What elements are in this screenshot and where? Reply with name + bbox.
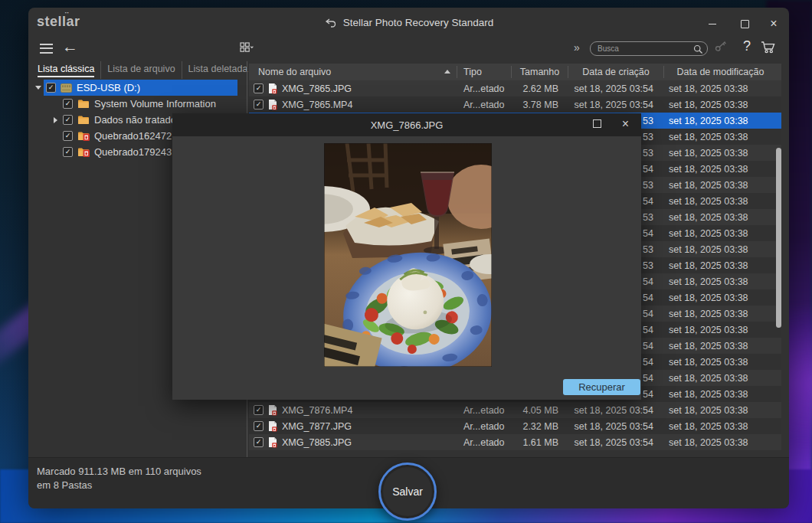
tab-label: Lista clássica: [38, 64, 94, 77]
file-name: XMG_7865.MP4: [282, 100, 352, 110]
maximize-button[interactable]: [738, 18, 751, 30]
minimize-button[interactable]: [706, 18, 719, 30]
tab-lista-de-arquivo[interactable]: Lista de arquivo: [101, 61, 182, 79]
tab-label: Lista deletada: [188, 64, 248, 74]
activation-key-icon[interactable]: [715, 41, 727, 55]
tab-lista-deletada[interactable]: Lista deletada: [182, 61, 254, 79]
cell-modificacao: set 18, 2025 03:38: [663, 244, 775, 255]
tree-item-band[interactable]: ✓ESD-USB (D:): [44, 80, 237, 96]
check-icon: ✓: [256, 85, 262, 92]
checkbox[interactable]: ✓: [63, 99, 73, 109]
cell-modificacao: set 18, 2025 03:38: [663, 164, 775, 175]
tab-lista-clássica[interactable]: Lista clássica: [31, 61, 101, 79]
expand-toolbar-icon[interactable]: »: [574, 41, 578, 54]
tree-item-label: System Volume Information: [94, 98, 216, 110]
cell-criacao: set 18, 2025 03:54: [568, 421, 663, 432]
folder-deleted-icon: [77, 147, 90, 157]
tree-item[interactable]: ✓System Volume Information: [28, 96, 247, 112]
cell-name: ✓XMG_7865.MP4: [249, 99, 457, 110]
check-icon: ✓: [65, 132, 71, 139]
drive-icon: [61, 83, 72, 93]
cell-tipo: Ar...etado: [457, 405, 512, 416]
cell-tamanho: 2.62 MB: [512, 83, 568, 94]
cell-criacao: set 18, 2025 03:54: [568, 437, 663, 448]
checkbox[interactable]: ✓: [254, 421, 264, 431]
column-header-criacao[interactable]: Data de criação: [568, 66, 664, 78]
search-icon[interactable]: [693, 44, 703, 57]
cell-modificacao: set 18, 2025 03:38: [663, 341, 775, 351]
checkbox[interactable]: ✓: [254, 437, 264, 447]
cell-tipo: Ar...etado: [457, 83, 512, 94]
cell-tamanho: 2.32 MB: [512, 421, 568, 432]
search-box[interactable]: [590, 41, 708, 56]
cell-modificacao: set 18, 2025 03:38: [663, 276, 775, 287]
cell-criacao: set 18, 2025 03:54: [568, 405, 663, 416]
column-header-tamanho[interactable]: Tamanho: [512, 66, 568, 78]
tree-item-label: Dados não tratado: [94, 114, 176, 126]
expand-arrow-icon[interactable]: [50, 117, 61, 123]
preview-close-button[interactable]: ×: [622, 117, 629, 131]
column-header-tipo[interactable]: Tipo: [457, 66, 512, 78]
cell-tamanho: 4.05 MB: [512, 405, 568, 416]
file-name: XMG_7885.JPG: [282, 437, 352, 448]
column-header-modificacao[interactable]: Data de modificação: [664, 66, 777, 78]
cell-name: ✓XMG_7876.MP4: [249, 404, 457, 416]
cell-tamanho: 1.61 MB: [512, 437, 568, 448]
view-grid-icon[interactable]: [240, 42, 254, 57]
cell-modificacao: set 18, 2025 03:38: [663, 293, 775, 303]
checkbox[interactable]: ✓: [254, 405, 264, 415]
check-icon: ✓: [256, 439, 262, 446]
cell-modificacao: set 18, 2025 03:38: [663, 437, 775, 448]
checkbox[interactable]: ✓: [46, 83, 56, 93]
table-row[interactable]: ✓XMG_7877.JPGAr...etado2.32 MBset 18, 20…: [249, 418, 781, 434]
search-input[interactable]: [596, 43, 691, 54]
checkbox[interactable]: ✓: [254, 83, 264, 93]
table-row[interactable]: ✓XMG_7865.JPGAr...etado2.62 MBset 18, 20…: [249, 80, 781, 96]
preview-image: [324, 143, 492, 367]
checkbox[interactable]: ✓: [63, 131, 73, 141]
checkbox[interactable]: ✓: [63, 147, 73, 157]
cell-name: ✓XMG_7865.JPG: [249, 83, 457, 94]
tree-item[interactable]: ✓ESD-USB (D:): [28, 80, 247, 96]
preview-body: Recuperar: [172, 136, 641, 400]
close-button[interactable]: ×: [768, 18, 780, 30]
help-icon[interactable]: ?: [743, 38, 751, 54]
back-icon[interactable]: ←: [62, 38, 78, 56]
collapse-arrow-icon[interactable]: [33, 86, 44, 90]
table-row[interactable]: ✓XMG_7885.JPGAr...etado1.61 MBset 18, 20…: [249, 434, 781, 450]
tab-label: Lista de arquivo: [107, 64, 175, 74]
cell-modificacao: set 18, 2025 03:38: [663, 100, 775, 110]
tree-item-band[interactable]: ✓System Volume Information: [61, 96, 237, 112]
cell-tipo: Ar...etado: [457, 437, 512, 448]
preview-maximize-button[interactable]: [593, 119, 601, 128]
table-row[interactable]: ✓XMG_7865.MP4Ar...etado3.78 MBset 18, 20…: [249, 96, 781, 113]
cell-tamanho: 3.78 MB: [512, 100, 568, 110]
cell-modificacao: set 18, 2025 03:38: [663, 260, 775, 271]
save-button[interactable]: Salvar: [378, 463, 437, 521]
preview-titlebar[interactable]: XMG_7866.JPG ×: [172, 113, 641, 136]
check-icon: ✓: [256, 423, 262, 430]
sidebar-tabs: Lista clássicaLista de arquivoLista dele…: [31, 61, 254, 79]
cell-modificacao: set 18, 2025 03:38: [663, 373, 775, 384]
cell-name: ✓XMG_7885.JPG: [249, 436, 457, 448]
folder-deleted-icon: [77, 131, 90, 141]
titlebar[interactable]: stellar¨ Stellar Photo Recovery Standard…: [28, 8, 789, 37]
checkbox[interactable]: ✓: [63, 115, 73, 125]
vertical-scrollbar[interactable]: [776, 148, 781, 328]
cart-icon[interactable]: [761, 41, 778, 57]
tree-item-label: ESD-USB (D:): [77, 82, 140, 93]
cell-modificacao: set 18, 2025 03:38: [663, 132, 775, 142]
cell-tipo: Ar...etado: [457, 100, 512, 110]
checkbox[interactable]: ✓: [254, 100, 264, 110]
cell-modificacao: set 18, 2025 03:38: [663, 357, 775, 368]
table-row[interactable]: ✓XMG_7876.MP4Ar...etado4.05 MBset 18, 20…: [249, 402, 781, 418]
cell-criacao: set 18, 2025 03:54: [568, 100, 663, 110]
check-icon: ✓: [65, 116, 71, 123]
recover-button[interactable]: Recuperar: [563, 379, 640, 395]
file-icon: [268, 436, 277, 448]
preview-dialog: XMG_7866.JPG ×: [172, 113, 641, 400]
column-header-name[interactable]: Nome do arquivo: [249, 66, 457, 78]
sort-asc-icon: [444, 70, 450, 74]
menu-icon[interactable]: [40, 44, 53, 56]
cell-modificacao: set 18, 2025 03:38: [663, 116, 775, 126]
